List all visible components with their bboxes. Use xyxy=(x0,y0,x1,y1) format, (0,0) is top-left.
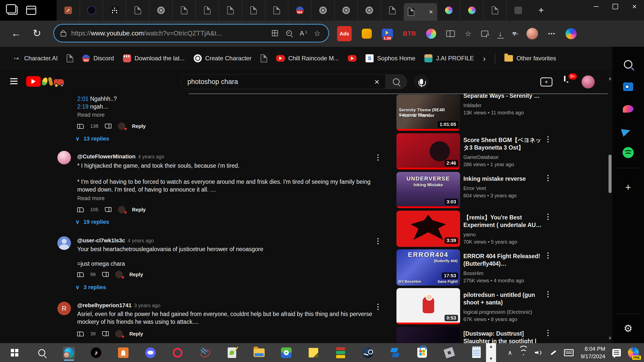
comment-menu-kebab-icon[interactable] xyxy=(377,157,379,158)
show-replies-button[interactable]: ∨ 3 replies xyxy=(75,284,106,291)
tab-organizer-button[interactable] xyxy=(270,29,279,38)
video-title[interactable]: pilotredsun - untitled (gun shoot + sant… xyxy=(463,291,543,306)
read-more-link[interactable]: Read more xyxy=(77,195,105,202)
adblock-extension-button[interactable]: Ads xyxy=(337,26,352,41)
scrollbar-down-icon[interactable]: ∨ xyxy=(608,335,612,341)
taskbar-clock[interactable]: 8:04 PM 9/17/2024 xyxy=(581,345,605,360)
show-replies-button[interactable]: ∨ 19 replies xyxy=(75,219,109,225)
video-thumbnail[interactable]: UNDERVERSE Inking Mistake 3:03 xyxy=(396,172,460,208)
video-thumbnail[interactable]: 0:53 xyxy=(396,288,460,324)
video-title[interactable]: Inking mistake reverse xyxy=(463,175,543,183)
comment-menu-kebab-icon[interactable] xyxy=(377,306,379,307)
comment-author[interactable]: @CuteFlowerMination4 years ago xyxy=(77,153,164,160)
like-button[interactable] xyxy=(77,123,84,129)
browser-tab[interactable]: 504 xyxy=(288,0,311,21)
tab-actions-icon[interactable] xyxy=(8,6,18,15)
copilot-tray-icon[interactable]: PRE xyxy=(628,347,639,358)
close-window-button[interactable]: × xyxy=(625,0,644,13)
like-button[interactable] xyxy=(77,272,84,278)
video-menu-kebab-icon[interactable] xyxy=(547,255,549,256)
video-thumbnail[interactable] xyxy=(396,327,460,343)
comment-author[interactable]: @user-cl7wk1ls3c4 years ago xyxy=(77,237,154,244)
comment-avatar[interactable] xyxy=(57,151,71,164)
timestamp-link[interactable]: 2:01 xyxy=(77,96,89,102)
taskbar-tiktok-button[interactable]: ♪ xyxy=(90,347,102,359)
video-menu-kebab-icon[interactable] xyxy=(547,216,549,217)
dislike-button[interactable] xyxy=(102,272,109,278)
copilot-button[interactable] xyxy=(566,28,577,40)
scrollbar-up-icon[interactable]: ∧ xyxy=(608,76,612,81)
btr-extension-button[interactable]: BTR xyxy=(403,28,416,40)
timestamp-link[interactable]: 2:19 xyxy=(77,103,89,110)
scroll-up-icon[interactable]: ▲ xyxy=(489,344,493,349)
taskbar-winrar-button[interactable] xyxy=(335,347,347,359)
video-title[interactable]: 【remix】You're Best Experiment ( undertal… xyxy=(463,214,543,229)
video-thumbnail[interactable]: 3:39 xyxy=(396,211,460,247)
maximize-button[interactable] xyxy=(606,0,625,13)
taskbar-notepad-button[interactable] xyxy=(470,347,482,359)
video-title[interactable]: ERROR 404 Fight Released! (Butterfly404)… xyxy=(463,252,543,267)
browser-tab[interactable] xyxy=(172,0,195,21)
account-avatar[interactable] xyxy=(582,75,595,88)
video-menu-kebab-icon[interactable] xyxy=(547,294,549,295)
reply-button[interactable]: Reply xyxy=(132,207,146,213)
like-button[interactable] xyxy=(77,207,84,213)
taskbar-discord-button[interactable] xyxy=(144,347,156,359)
dislike-button[interactable] xyxy=(105,123,111,129)
reply-button[interactable]: Reply xyxy=(129,272,143,278)
address-bar[interactable]: https://www.youtube.com/watch?v=OtricQZT… xyxy=(53,24,329,42)
minimize-button[interactable] xyxy=(587,0,606,13)
video-menu-kebab-icon[interactable] xyxy=(547,177,549,179)
browser-tab[interactable] xyxy=(381,0,404,21)
downloads-button[interactable]: ↓ xyxy=(498,28,502,40)
split-screen-button[interactable] xyxy=(446,28,455,40)
video-thumbnail[interactable]: 2:46 xyxy=(396,133,460,169)
creator-heart-icon[interactable] xyxy=(115,330,123,338)
search-button[interactable] xyxy=(386,74,407,89)
scrollbar-thumb[interactable] xyxy=(609,155,612,193)
browser-tab[interactable] xyxy=(311,0,334,21)
browser-tab[interactable] xyxy=(506,0,530,21)
honey-extension-button[interactable] xyxy=(362,28,372,40)
video-menu-kebab-icon[interactable] xyxy=(547,139,549,140)
browser-tab[interactable] xyxy=(242,0,265,21)
sidebar-drop-button[interactable] xyxy=(623,125,634,137)
video-channel[interactable]: yamo xyxy=(463,232,543,238)
browser-tab[interactable] xyxy=(460,0,483,21)
taskbar-edge-button[interactable] xyxy=(63,347,75,359)
browser-tab[interactable] xyxy=(265,0,288,21)
read-aloud-button[interactable]: A xyxy=(299,29,308,38)
voice-search-button[interactable] xyxy=(414,74,429,89)
dislike-button[interactable] xyxy=(105,207,111,213)
favorite-jai-profile[interactable]: J.AI PROFILE xyxy=(424,54,474,62)
comment-avatar[interactable] xyxy=(57,236,71,250)
comment-menu-kebab-icon[interactable] xyxy=(377,241,379,242)
like-button[interactable] xyxy=(77,331,84,337)
video-title[interactable]: Separate Ways - Serenity + Rai... xyxy=(463,92,543,100)
create-button[interactable]: + xyxy=(540,77,552,86)
sidebar-outlook-button[interactable] xyxy=(623,81,634,92)
browser-tab[interactable] xyxy=(334,0,357,21)
video-channel[interactable]: logical.progression (Electronic) xyxy=(463,309,543,315)
favorite-this-page-button[interactable]: ☆ xyxy=(313,29,322,38)
browser-essentials-button[interactable]: ♥ xyxy=(512,28,516,40)
active-tab[interactable]: × xyxy=(404,3,437,21)
favorite-download[interactable]: Download the lat... xyxy=(123,54,185,62)
close-tab-icon[interactable]: × xyxy=(429,8,433,16)
browser-tab[interactable] xyxy=(219,0,242,21)
overlay-scrollbar[interactable]: ▲ ▼ xyxy=(486,343,496,362)
comment-author[interactable]: @rebelhyperion17413 years ago xyxy=(77,302,160,309)
taskbar-steam-button[interactable] xyxy=(362,347,374,359)
favorite-page[interactable] xyxy=(67,54,73,62)
notifications-button[interactable]: 9+ xyxy=(564,76,566,81)
browser-tab[interactable] xyxy=(357,0,381,21)
favorite-page[interactable] xyxy=(261,54,267,62)
volume-icon[interactable] xyxy=(535,350,542,356)
settings-menu-button[interactable]: ••• xyxy=(548,28,555,40)
video-channel[interactable]: Error Veet xyxy=(463,186,543,191)
taskbar-search-button[interactable] xyxy=(36,347,48,359)
browser-tab[interactable] xyxy=(149,0,172,21)
taskbar-opera-button[interactable] xyxy=(172,347,184,359)
video-speed-extension-button[interactable]: 1.00 xyxy=(382,29,393,39)
browser-tab[interactable] xyxy=(437,0,460,21)
